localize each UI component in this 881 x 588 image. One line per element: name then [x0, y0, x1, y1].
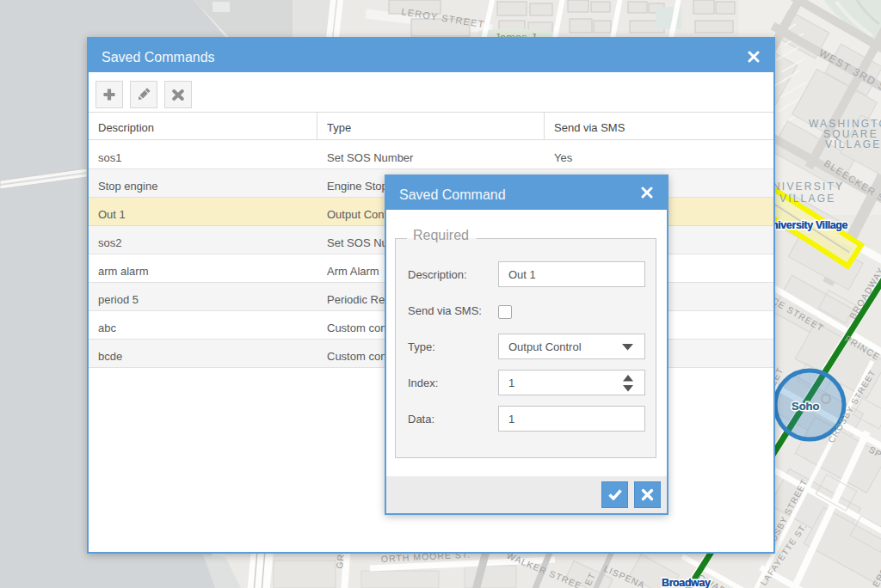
svg-text:VILLAGE: VILLAGE: [779, 193, 835, 205]
svg-text:NIVERSITY: NIVERSITY: [773, 181, 844, 193]
svg-text:Broadway: Broadway: [662, 577, 711, 588]
svg-text:VILLAGE: VILLAGE: [825, 138, 881, 150]
svg-text:GR: GR: [334, 553, 346, 569]
svg-text:niversity Village: niversity Village: [772, 219, 848, 231]
svg-text:Soho: Soho: [792, 400, 820, 413]
